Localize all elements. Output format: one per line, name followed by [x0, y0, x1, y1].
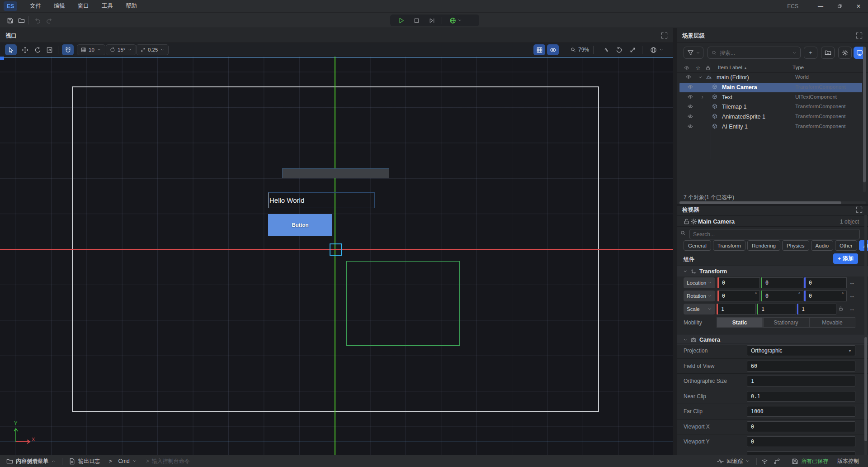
hierarchy-row-tilemap-1[interactable]: Tilemap 1TransformComponent: [679, 102, 862, 112]
hierarchy-search[interactable]: [708, 47, 801, 59]
branch-icon[interactable]: [771, 455, 783, 467]
scale-snap-dropdown[interactable]: 0.25: [136, 44, 169, 55]
menu-item-1[interactable]: 编辑: [47, 0, 71, 13]
rotation-y-input[interactable]: 0°: [762, 291, 803, 301]
tab-audio[interactable]: Audio: [811, 240, 833, 251]
version-control-button[interactable]: 版本控制: [833, 455, 863, 467]
move-tool[interactable]: [19, 44, 31, 55]
content-drawer-button[interactable]: 内容侧滑菜单: [2, 455, 60, 467]
visibility-eye-icon[interactable]: [688, 114, 693, 119]
world-view-dropdown[interactable]: [646, 44, 667, 55]
rotation-z-input[interactable]: 0°: [806, 291, 847, 301]
fullscreen-icon[interactable]: [856, 32, 863, 39]
add-folder-button[interactable]: [821, 47, 835, 59]
scene-canvas[interactable]: Hello World Button Y X: [0, 57, 673, 455]
origin-marker[interactable]: [330, 243, 342, 256]
projection-input[interactable]: Orthographic▼: [747, 345, 855, 356]
rotation-dropdown[interactable]: Rotation: [684, 291, 715, 301]
scale-y-input[interactable]: 1: [758, 304, 796, 315]
lock-icon[interactable]: [705, 65, 711, 71]
orthographic-size-input[interactable]: 1: [747, 376, 855, 386]
visibility-eye-icon[interactable]: [688, 104, 693, 109]
play-button[interactable]: [396, 15, 406, 25]
hierarchy-column-header[interactable]: ☆ Item Label ▲ Type: [677, 63, 868, 73]
reset-view-button[interactable]: [613, 44, 625, 55]
tab-transform[interactable]: Transform: [713, 240, 745, 251]
scale-link-icon[interactable]: ↔: [849, 305, 855, 312]
fullscreen-icon[interactable]: [856, 206, 863, 213]
add-component-button[interactable]: + 添加: [833, 253, 858, 264]
location-z-input[interactable]: 0: [806, 277, 847, 288]
zoom-indicator[interactable]: 79%: [571, 44, 589, 55]
maximize-button[interactable]: [830, 0, 849, 13]
location-dropdown[interactable]: Location: [684, 277, 715, 288]
rotation-x-input[interactable]: 0°: [719, 291, 760, 301]
rotate-snap-dropdown[interactable]: 15°: [106, 44, 136, 55]
tab-general[interactable]: General: [684, 240, 711, 251]
scale-lock-icon[interactable]: [838, 306, 844, 311]
chevron-down-icon[interactable]: [698, 75, 703, 80]
visibility-eye-icon[interactable]: [688, 94, 693, 100]
location-link-icon[interactable]: ↔: [849, 279, 855, 286]
close-button[interactable]: ✕: [849, 0, 868, 13]
visibility-eye-icon[interactable]: [688, 124, 693, 129]
run-target-dropdown[interactable]: [447, 15, 465, 25]
rotation-link-icon[interactable]: ↔: [849, 292, 855, 299]
hierarchy-search-input[interactable]: [720, 50, 789, 56]
gizmo-visibility-toggle[interactable]: [547, 44, 559, 55]
scale-tool[interactable]: [43, 44, 55, 55]
fit-view-button[interactable]: [627, 44, 638, 55]
scale-dropdown[interactable]: Scale: [684, 304, 715, 315]
redo-button[interactable]: [44, 16, 53, 24]
menu-item-0[interactable]: 文件: [24, 0, 47, 13]
grid-visibility-toggle[interactable]: [533, 44, 545, 55]
lock-icon[interactable]: [683, 218, 690, 225]
menu-item-2[interactable]: 窗口: [71, 0, 95, 13]
scale-x-input[interactable]: 1: [718, 304, 756, 315]
stop-button[interactable]: [411, 15, 422, 25]
canvas-bound-handle[interactable]: [0, 57, 4, 60]
scene-region-object[interactable]: [346, 261, 460, 346]
save-status[interactable]: 所有已保存: [787, 455, 833, 467]
eye-icon[interactable]: [684, 65, 689, 71]
mobility-static[interactable]: Static: [717, 317, 763, 328]
viewport-x-input[interactable]: 0: [747, 421, 855, 432]
cmd-dropdown[interactable]: >_ Cmd: [104, 455, 142, 467]
location-x-input[interactable]: 0: [719, 277, 760, 288]
visibility-eye-icon[interactable]: [686, 74, 691, 80]
mobility-stationary[interactable]: Stationary: [763, 317, 809, 328]
hierarchy-row-animatedsprite-1[interactable]: AnimatedSprite 1TransformComponent: [679, 112, 862, 122]
step-button[interactable]: [426, 15, 437, 25]
chevron-right-icon[interactable]: [700, 95, 705, 100]
rotate-tool[interactable]: [32, 44, 43, 55]
network-status-icon[interactable]: [759, 455, 771, 467]
transform-section-header[interactable]: Transform: [677, 266, 868, 276]
gear-icon[interactable]: [690, 218, 697, 225]
app-logo[interactable]: ES: [4, 1, 17, 11]
viewport-y-input[interactable]: 0: [747, 436, 855, 447]
star-icon[interactable]: ☆: [696, 65, 700, 71]
scene-button-object[interactable]: Button: [268, 214, 332, 236]
backtrace-dropdown[interactable]: 回追踪: [712, 455, 755, 467]
console-input[interactable]: > 输入控制台命令: [142, 455, 194, 467]
hierarchy-row-main-editor-[interactable]: main (Editor)World: [679, 73, 862, 82]
column-item-label[interactable]: Item Label ▲: [718, 65, 747, 70]
minimize-button[interactable]: —: [811, 0, 830, 13]
far-clip-input[interactable]: 1000: [747, 406, 855, 417]
scene-text-object[interactable]: Hello World: [268, 192, 375, 208]
grid-snap-dropdown[interactable]: 10: [77, 44, 105, 55]
output-log-button[interactable]: 输出日志: [64, 455, 104, 467]
hierarchy-row-text[interactable]: TextUITextComponent: [679, 93, 862, 102]
inspector-scrollbar[interactable]: [864, 215, 867, 455]
tab-other[interactable]: Other: [835, 240, 857, 251]
save-button[interactable]: [5, 16, 14, 24]
scale-z-input[interactable]: 1: [798, 304, 836, 315]
snap-toggle[interactable]: [62, 44, 74, 55]
hierarchy-row-ai-entity-1[interactable]: AI Entity 1TransformComponent: [679, 122, 862, 132]
stats-toggle[interactable]: [600, 44, 612, 55]
hierarchy-settings-button[interactable]: [838, 47, 852, 59]
tab-physics[interactable]: Physics: [782, 240, 809, 251]
inspector-search-input[interactable]: [693, 231, 856, 238]
hierarchy-vscrollbar[interactable]: [863, 47, 866, 192]
tab-rendering[interactable]: Rendering: [747, 240, 780, 251]
